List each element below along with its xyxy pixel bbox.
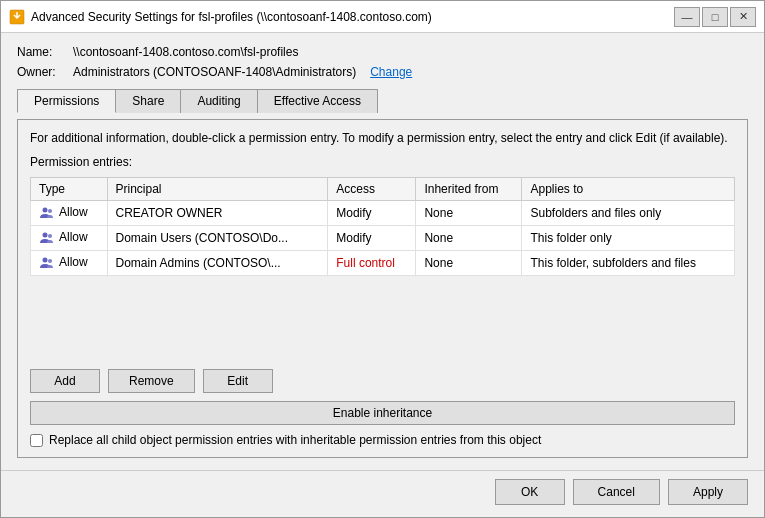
cell-inherited-from: None — [416, 225, 522, 250]
title-bar: Advanced Security Settings for fsl-profi… — [1, 1, 764, 33]
cell-access: Full control — [328, 250, 416, 275]
svg-point-2 — [48, 209, 52, 213]
cell-access: Modify — [328, 200, 416, 225]
svg-point-6 — [48, 259, 52, 263]
ok-button[interactable]: OK — [495, 479, 565, 505]
cell-principal: Domain Users (CONTOSO\Do... — [107, 225, 328, 250]
cell-type: Allow — [31, 225, 108, 250]
cell-access: Modify — [328, 225, 416, 250]
replace-checkbox-row: Replace all child object permission entr… — [30, 433, 735, 447]
svg-point-3 — [43, 232, 48, 237]
cell-applies-to: This folder, subfolders and files — [522, 250, 735, 275]
col-access: Access — [328, 177, 416, 200]
user-icon — [39, 205, 55, 221]
content-area: Name: \\contosoanf-1408.contoso.com\fsl-… — [1, 33, 764, 470]
cell-applies-to: This folder only — [522, 225, 735, 250]
col-inherited-from: Inherited from — [416, 177, 522, 200]
close-button[interactable]: ✕ — [730, 7, 756, 27]
section-label: Permission entries: — [30, 155, 735, 169]
owner-label: Owner: — [17, 65, 65, 79]
name-label: Name: — [17, 45, 65, 59]
cell-inherited-from: None — [416, 200, 522, 225]
tab-content: For additional information, double-click… — [17, 119, 748, 458]
change-owner-link[interactable]: Change — [370, 65, 412, 79]
svg-point-1 — [43, 207, 48, 212]
tabs-bar: Permissions Share Auditing Effective Acc… — [17, 89, 748, 113]
maximize-button[interactable]: □ — [702, 7, 728, 27]
col-principal: Principal — [107, 177, 328, 200]
title-bar-left: Advanced Security Settings for fsl-profi… — [9, 9, 432, 25]
window-icon — [9, 9, 25, 25]
svg-point-5 — [43, 257, 48, 262]
tab-permissions[interactable]: Permissions — [17, 89, 116, 113]
cell-principal: Domain Admins (CONTOSO\... — [107, 250, 328, 275]
table-row[interactable]: AllowDomain Users (CONTOSO\Do...ModifyNo… — [31, 225, 735, 250]
enable-inheritance-button[interactable]: Enable inheritance — [30, 401, 735, 425]
remove-button[interactable]: Remove — [108, 369, 195, 393]
tab-auditing[interactable]: Auditing — [180, 89, 257, 113]
user-icon — [39, 230, 55, 246]
cell-applies-to: Subfolders and files only — [522, 200, 735, 225]
replace-checkbox-label: Replace all child object permission entr… — [49, 433, 541, 447]
edit-button[interactable]: Edit — [203, 369, 273, 393]
footer: OK Cancel Apply — [1, 470, 764, 517]
svg-point-4 — [48, 234, 52, 238]
window-title: Advanced Security Settings for fsl-profi… — [31, 10, 432, 24]
cell-type: Allow — [31, 250, 108, 275]
main-window: Advanced Security Settings for fsl-profi… — [0, 0, 765, 518]
table-row[interactable]: AllowCREATOR OWNERModifyNoneSubfolders a… — [31, 200, 735, 225]
name-value: \\contosoanf-1408.contoso.com\fsl-profil… — [73, 45, 298, 59]
cell-type: Allow — [31, 200, 108, 225]
owner-value: Administrators (CONTOSOANF-1408\Administ… — [73, 65, 356, 79]
permissions-table-wrapper: Type Principal Access Inherited from App… — [30, 177, 735, 357]
apply-button[interactable]: Apply — [668, 479, 748, 505]
tab-share[interactable]: Share — [115, 89, 181, 113]
permissions-table: Type Principal Access Inherited from App… — [30, 177, 735, 276]
user-icon — [39, 255, 55, 271]
name-row: Name: \\contosoanf-1408.contoso.com\fsl-… — [17, 45, 748, 59]
cell-inherited-from: None — [416, 250, 522, 275]
add-button[interactable]: Add — [30, 369, 100, 393]
title-controls: — □ ✕ — [674, 7, 756, 27]
owner-row: Owner: Administrators (CONTOSOANF-1408\A… — [17, 65, 748, 79]
minimize-button[interactable]: — — [674, 7, 700, 27]
col-type: Type — [31, 177, 108, 200]
tab-effective-access[interactable]: Effective Access — [257, 89, 378, 113]
action-buttons: Add Remove Edit — [30, 369, 735, 393]
info-text: For additional information, double-click… — [30, 130, 735, 147]
col-applies-to: Applies to — [522, 177, 735, 200]
replace-checkbox[interactable] — [30, 434, 43, 447]
cell-principal: CREATOR OWNER — [107, 200, 328, 225]
cancel-button[interactable]: Cancel — [573, 479, 660, 505]
table-row[interactable]: AllowDomain Admins (CONTOSO\...Full cont… — [31, 250, 735, 275]
